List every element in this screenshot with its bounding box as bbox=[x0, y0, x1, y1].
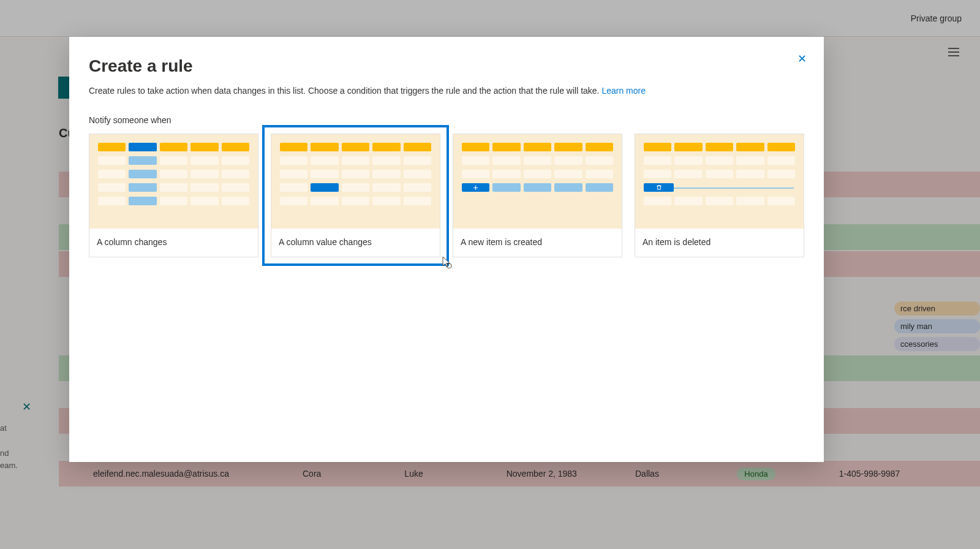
card-item-deleted[interactable]: An item is deleted bbox=[635, 134, 804, 257]
card-thumbnail bbox=[89, 134, 258, 229]
cursor-icon bbox=[441, 256, 452, 269]
learn-more-link[interactable]: Learn more bbox=[601, 86, 646, 96]
card-caption: An item is deleted bbox=[635, 229, 804, 257]
card-column-value-changes[interactable]: A column value changes bbox=[271, 134, 440, 257]
rule-cards: A column changes A column value changes … bbox=[89, 134, 804, 257]
dialog-description: Create rules to take action when data ch… bbox=[89, 86, 804, 96]
card-column-changes[interactable]: A column changes bbox=[89, 134, 258, 257]
section-label: Notify someone when bbox=[89, 115, 804, 125]
create-rule-dialog: Create a rule Create rules to take actio… bbox=[69, 37, 824, 462]
svg-point-0 bbox=[447, 263, 452, 268]
card-new-item-created[interactable]: A new item is created bbox=[453, 134, 622, 257]
card-caption: A new item is created bbox=[453, 229, 622, 257]
close-button[interactable] bbox=[792, 49, 812, 69]
card-thumbnail bbox=[453, 134, 622, 229]
card-caption: A column value changes bbox=[271, 229, 440, 257]
dialog-title: Create a rule bbox=[89, 56, 804, 76]
card-thumbnail bbox=[271, 134, 440, 229]
card-thumbnail bbox=[635, 134, 804, 229]
card-caption: A column changes bbox=[89, 229, 258, 257]
trash-icon bbox=[644, 183, 674, 192]
